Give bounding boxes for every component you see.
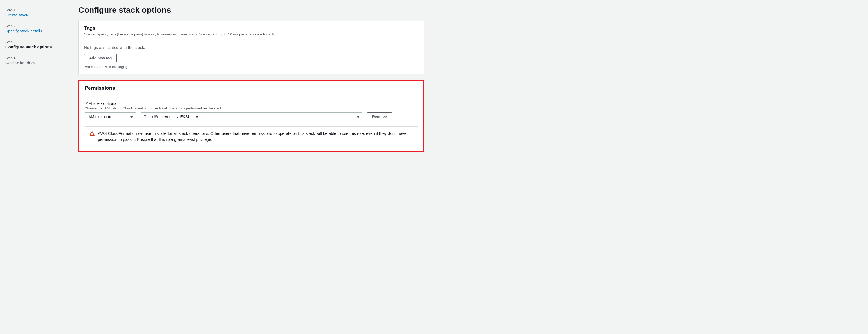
tags-panel: Tags You can specify tags (key-value pai… (78, 21, 424, 74)
add-new-tag-button[interactable]: Add new tag (84, 54, 117, 62)
page-title: Configure stack options (78, 5, 424, 14)
iam-role-value-select-wrap: GitpodSetupAndInitialEKSUserAdmin (141, 113, 362, 121)
tags-panel-body: No tags associated with the stack. Add n… (79, 40, 424, 74)
step-title[interactable]: Create stack (5, 13, 67, 17)
step-title: Review frqedacs (5, 61, 67, 65)
remove-role-button[interactable]: Remove (367, 113, 392, 121)
step-number: Step 4 (5, 56, 67, 60)
main-content: Configure stack options Tags You can spe… (78, 5, 424, 158)
step-title[interactable]: Specify stack details (5, 29, 67, 33)
step-number: Step 2 (5, 24, 67, 28)
permissions-panel: Permissions IAM role - optional Choose t… (78, 80, 424, 152)
step-number: Step 3 (5, 40, 67, 44)
permissions-panel-header: Permissions (79, 81, 423, 96)
wizard-steps-nav: Step 1 Create stack Step 2 Specify stack… (5, 5, 67, 158)
warning-icon (90, 131, 95, 137)
svg-rect-1 (92, 134, 92, 135)
tags-limit-text: You can add 50 more tag(s) (84, 65, 418, 69)
iam-role-value-select[interactable]: GitpodSetupAndInitialEKSUserAdmin (141, 113, 362, 121)
iam-role-type-select[interactable]: IAM role name (85, 113, 136, 121)
svg-rect-0 (92, 133, 92, 134)
tags-description: You can specify tags (key-value pairs) t… (84, 32, 418, 36)
step-2[interactable]: Step 2 Specify stack details (5, 21, 67, 37)
permissions-panel-body: IAM role - optional Choose the IAM role … (79, 96, 423, 151)
iam-role-help: Choose the IAM role for CloudFormation t… (85, 106, 418, 110)
permissions-warning-text: AWS CloudFormation will use this role fo… (98, 130, 413, 143)
iam-role-label: IAM role - optional (85, 101, 418, 105)
tags-panel-header: Tags You can specify tags (key-value pai… (79, 21, 424, 40)
step-3: Step 3 Configure stack options (5, 37, 67, 53)
iam-role-row: IAM role name GitpodSetupAndInitialEKSUs… (85, 113, 418, 121)
step-number: Step 1 (5, 8, 67, 12)
iam-role-type-select-wrap: IAM role name (85, 113, 136, 121)
permissions-heading: Permissions (85, 85, 418, 91)
tags-heading: Tags (84, 25, 418, 31)
permissions-warning-alert: AWS CloudFormation will use this role fo… (85, 126, 418, 147)
tags-empty-text: No tags associated with the stack. (84, 45, 418, 50)
step-4: Step 4 Review frqedacs (5, 53, 67, 69)
step-title: Configure stack options (5, 44, 67, 49)
step-1[interactable]: Step 1 Create stack (5, 5, 67, 21)
